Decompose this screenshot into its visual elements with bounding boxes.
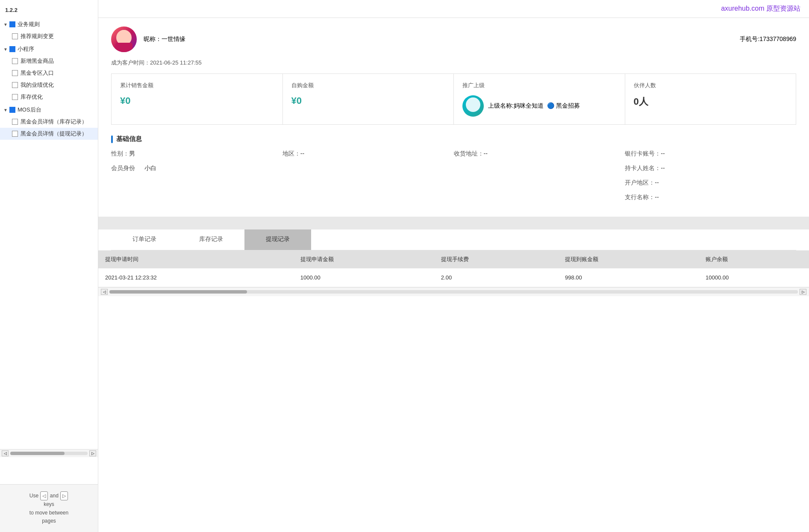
branch-value: -- bbox=[655, 194, 659, 200]
pages-text: pages bbox=[42, 518, 56, 524]
sidebar-group-miniapp: ▼ 小程序 新增黑金商品 黑金专区入口 我的业绩优化 库存优化 bbox=[0, 43, 98, 103]
table-wrap: 提现申请时间 提现申请金额 提现手续费 提现到账金额 账户余额 2021-03-… bbox=[98, 250, 809, 287]
recommend-label: 推荐规则变更 bbox=[21, 32, 54, 40]
profile-phone: 手机号:17337708969 bbox=[740, 35, 796, 43]
sidebar-item-black-member-inventory[interactable]: 黑金会员详情（库存记录） bbox=[0, 116, 98, 128]
and-text: and bbox=[50, 493, 59, 499]
content-area: 昵称：一世情缘 手机号:17337708969 成为客户时间：2021-06-2… bbox=[98, 18, 809, 217]
basic-info-title: 基础信息 bbox=[111, 135, 796, 143]
mos-group-icon bbox=[9, 107, 15, 113]
withdraw-table: 提现申请时间 提现申请金额 提现手续费 提现到账金额 账户余额 2021-03-… bbox=[98, 250, 809, 287]
col-apply-time: 提现申请时间 bbox=[98, 250, 294, 268]
nickname-value: 一世情缘 bbox=[162, 35, 185, 42]
info-empty-2 bbox=[454, 165, 625, 172]
info-gender: 性别：男 bbox=[111, 150, 282, 158]
sidebar-item-add-black-goods[interactable]: 新增黑金商品 bbox=[0, 55, 98, 67]
right-key: ▷ bbox=[60, 491, 68, 501]
inventory-opt-label: 库存优化 bbox=[21, 93, 43, 101]
main-scrollbar[interactable]: ◁ ▷ bbox=[98, 287, 809, 296]
black-member-inventory-label: 黑金会员详情（库存记录） bbox=[21, 118, 87, 126]
main-scroll-left-btn[interactable]: ◁ bbox=[101, 289, 108, 295]
avatar bbox=[111, 26, 137, 52]
info-branch: 支行名称：-- bbox=[625, 194, 796, 201]
sidebar-item-black-member-withdraw[interactable]: 黑金会员详情（提现记录） bbox=[0, 128, 98, 140]
shipping-value: -- bbox=[484, 150, 488, 157]
page-icon-4 bbox=[12, 82, 18, 88]
brand-text: axurehub.com 原型资源站 bbox=[721, 5, 800, 12]
tab-inventory[interactable]: 库存记录 bbox=[178, 229, 244, 250]
add-black-goods-label: 新增黑金商品 bbox=[21, 57, 54, 65]
page-icon-3 bbox=[12, 70, 18, 76]
sidebar-group-business-title[interactable]: ▼ 业务规则 bbox=[0, 18, 98, 30]
stat-self-purchase-value: ¥0 bbox=[291, 95, 445, 106]
tab-orders[interactable]: 订单记录 bbox=[111, 229, 178, 250]
join-time-value: 2021-06-25 11:27:55 bbox=[150, 59, 202, 66]
page-icon-6 bbox=[12, 119, 18, 125]
main-scroll-right-btn[interactable]: ▷ bbox=[800, 289, 806, 295]
promo-info: 上级名称:妈咪全知道 🔵 黑金招募 bbox=[462, 95, 616, 117]
table-row: 2021-03-21 12:23:32 1000.00 2.00 998.00 … bbox=[98, 268, 809, 287]
info-empty-8 bbox=[454, 194, 625, 201]
region-label: 地区： bbox=[282, 150, 300, 157]
sidebar-group-miniapp-title[interactable]: ▼ 小程序 bbox=[0, 43, 98, 55]
stat-self-purchase: 自购金额 ¥0 bbox=[283, 74, 454, 124]
my-performance-label: 我的业绩优化 bbox=[21, 81, 54, 89]
stat-partner-count-value: 0人 bbox=[634, 95, 788, 108]
member-level-label: 会员身份 bbox=[111, 165, 135, 171]
cell-balance: 10000.00 bbox=[699, 268, 809, 287]
cardholder-label: 持卡人姓名： bbox=[625, 165, 661, 171]
stat-partner-count: 伙伴人数 0人 bbox=[625, 74, 796, 124]
scroll-right-btn[interactable]: ▷ bbox=[89, 450, 96, 456]
keys-text: keys bbox=[44, 501, 54, 507]
tab-withdraw[interactable]: 提现记录 bbox=[244, 229, 311, 250]
sidebar-item-inventory-opt[interactable]: 库存优化 bbox=[0, 91, 98, 103]
miniapp-group-icon bbox=[9, 46, 15, 52]
scroll-track bbox=[10, 452, 88, 455]
sidebar-item-my-performance[interactable]: 我的业绩优化 bbox=[0, 79, 98, 91]
page-icon-7 bbox=[12, 131, 18, 137]
profile-join-time: 成为客户时间：2021-06-25 11:27:55 bbox=[111, 59, 796, 67]
business-group-label: 业务规则 bbox=[18, 21, 40, 28]
stat-cumulative-sales-title: 累计销售金额 bbox=[120, 82, 274, 89]
tab-bar: 订单记录 库存记录 提现记录 bbox=[111, 229, 796, 250]
bank-label: 银行卡账号： bbox=[625, 150, 661, 157]
page-icon-5 bbox=[12, 94, 18, 100]
promo-avatar bbox=[462, 95, 484, 117]
region-value: -- bbox=[300, 150, 304, 157]
sidebar-item-recommend[interactable]: 推荐规则变更 bbox=[0, 30, 98, 42]
sidebar-item-black-zone[interactable]: 黑金专区入口 bbox=[0, 67, 98, 79]
sidebar-scrollbar[interactable]: ◁ ▷ bbox=[0, 449, 98, 457]
stat-promo-superior: 推广上级 上级名称:妈咪全知道 🔵 黑金招募 bbox=[454, 74, 625, 124]
phone-value: 17337708969 bbox=[759, 35, 796, 42]
profile-name: 昵称：一世情缘 bbox=[144, 35, 185, 43]
sidebar-version: 1.2.2 bbox=[0, 3, 98, 18]
sidebar-group-mos-title[interactable]: ▼ MOS后台 bbox=[0, 104, 98, 116]
info-shipping: 收货地址：-- bbox=[454, 150, 625, 158]
gender-value: 男 bbox=[129, 150, 135, 157]
scroll-left-btn[interactable]: ◁ bbox=[2, 450, 9, 456]
shipping-label: 收货地址： bbox=[454, 150, 484, 157]
profile-header: 昵称：一世情缘 手机号:17337708969 bbox=[111, 26, 796, 52]
cardholder-value: -- bbox=[661, 165, 665, 171]
bank-value: -- bbox=[661, 150, 665, 157]
mos-group-label: MOS后台 bbox=[18, 106, 41, 114]
stat-cumulative-sales: 累计销售金额 ¥0 bbox=[112, 74, 283, 124]
arrow-icon-3: ▼ bbox=[3, 108, 8, 112]
info-open-region: 开户地区：-- bbox=[625, 179, 796, 187]
sidebar-group-mos: ▼ MOS后台 黑金会员详情（库存记录） 黑金会员详情（提现记录） bbox=[0, 104, 98, 140]
cell-arrive-amount: 998.00 bbox=[558, 268, 699, 287]
info-empty-4 bbox=[282, 179, 454, 187]
superior-name: 妈咪全知道 bbox=[514, 102, 544, 109]
tab-section: 订单记录 库存记录 提现记录 bbox=[98, 229, 809, 250]
phone-label: 手机号: bbox=[740, 35, 759, 42]
move-text: to move between bbox=[29, 510, 68, 516]
stats-row: 累计销售金额 ¥0 自购金额 ¥0 推广上级 上级名称:妈咪全知道 🔵 黑金招募 bbox=[111, 73, 796, 125]
basic-info-grid: 性别：男 地区：-- 收货地址：-- 银行卡账号：-- 会员身份 bbox=[111, 150, 796, 201]
nickname-label: 昵称： bbox=[144, 35, 162, 42]
info-member-level: 会员身份 小白 bbox=[111, 165, 282, 172]
stat-promo-superior-title: 推广上级 bbox=[462, 82, 616, 89]
superior-label: 上级名称: bbox=[488, 102, 514, 109]
scroll-thumb bbox=[10, 452, 65, 455]
use-text: Use bbox=[29, 493, 38, 499]
topbar: axurehub.com 原型资源站 bbox=[98, 0, 809, 18]
